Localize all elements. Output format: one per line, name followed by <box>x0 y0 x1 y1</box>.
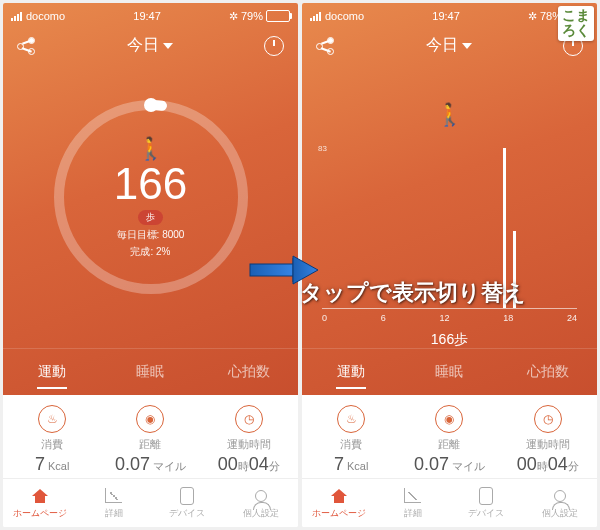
tab-heart[interactable]: 心拍数 <box>200 349 298 395</box>
bottom-nav: ホームページ 詳細 デバイス 個人設定 <box>3 478 298 527</box>
tab-exercise[interactable]: 運動 <box>302 349 400 395</box>
goal-text: 毎日目標: 8000 <box>117 228 185 242</box>
watch-icon <box>479 487 493 505</box>
tab-heart[interactable]: 心拍数 <box>499 349 597 395</box>
nav-home[interactable]: ホームページ <box>3 479 77 527</box>
stat-label: 距離 <box>101 437 199 452</box>
date-title: 今日 <box>127 35 159 56</box>
date-title: 今日 <box>426 35 458 56</box>
progress-ring[interactable]: 🚶 166 歩 毎日目標: 8000 完成: 2% <box>46 92 256 302</box>
chevron-down-icon <box>462 43 472 49</box>
nav-detail[interactable]: 詳細 <box>376 479 450 527</box>
nav-home[interactable]: ホームページ <box>302 479 376 527</box>
clock-icon: ◷ <box>534 405 562 433</box>
battery-icon <box>266 10 290 22</box>
bluetooth-icon: ✲ <box>528 10 537 23</box>
history-icon[interactable] <box>264 36 284 56</box>
annotation-text: タップで表示切り替え <box>300 278 526 308</box>
flame-icon: ♨ <box>38 405 66 433</box>
home-icon <box>32 489 48 503</box>
nav-settings[interactable]: 個人設定 <box>523 479 597 527</box>
tab-exercise[interactable]: 運動 <box>3 349 101 395</box>
main-panel[interactable]: docomo 19:47 ✲ 79% 今日 <box>3 3 298 395</box>
pin-icon: ◉ <box>435 405 463 433</box>
clock: 19:47 <box>432 10 460 22</box>
stat-label: 運動時間 <box>200 437 298 452</box>
nav-device[interactable]: デバイス <box>450 479 524 527</box>
share-icon[interactable] <box>17 37 35 55</box>
stat-time[interactable]: ◷ 運動時間 00時04分 <box>200 395 298 483</box>
home-icon <box>331 489 347 503</box>
nav-settings[interactable]: 個人設定 <box>224 479 298 527</box>
nav-device[interactable]: デバイス <box>151 479 225 527</box>
chart-icon <box>105 488 122 503</box>
chart-icon <box>404 488 421 503</box>
share-icon[interactable] <box>316 37 334 55</box>
status-bar: docomo 19:47 ✲ 78% <box>302 3 597 29</box>
mode-tabs: 運動 睡眠 心拍数 <box>3 348 298 395</box>
mode-tabs: 運動 睡眠 心拍数 <box>302 348 597 395</box>
stat-distance[interactable]: ◉ 距離 0.07 マイル <box>101 395 199 483</box>
stats-row: ♨ 消費 7 Kcal ◉ 距離 0.07 マイル ◷ 運動時間 00時04分 <box>3 395 298 483</box>
stat-value: 7 <box>35 454 45 474</box>
stat-burn[interactable]: ♨ 消費 7 Kcal <box>3 395 101 483</box>
pin-icon: ◉ <box>136 405 164 433</box>
stat-burn[interactable]: ♨ 消費 7 Kcal <box>302 395 400 483</box>
stat-time[interactable]: ◷ 運動時間 00時04分 <box>499 395 597 483</box>
svg-rect-2 <box>250 264 293 276</box>
carrier: docomo <box>26 10 65 22</box>
nav-detail[interactable]: 詳細 <box>77 479 151 527</box>
stat-distance[interactable]: ◉ 距離 0.07 マイル <box>400 395 498 483</box>
battery-pct: 79% <box>241 10 263 22</box>
y-tick: 83 <box>318 144 327 153</box>
stat-value: 0.07 <box>115 454 150 474</box>
logo-badge: こまろく <box>558 6 594 41</box>
chevron-down-icon <box>163 43 173 49</box>
person-icon <box>554 490 566 502</box>
bottom-nav: ホームページ 詳細 デバイス 個人設定 <box>302 478 597 527</box>
stats-row: ♨ 消費 7 Kcal ◉ 距離 0.07 マイル ◷ 運動時間 00時04分 <box>302 395 597 483</box>
flame-icon: ♨ <box>337 405 365 433</box>
date-selector[interactable]: 今日 <box>127 35 173 56</box>
completion-text: 完成: 2% <box>130 245 170 259</box>
signal-icon <box>310 12 321 21</box>
carrier: docomo <box>325 10 364 22</box>
date-selector[interactable]: 今日 <box>426 35 472 56</box>
bluetooth-icon: ✲ <box>229 10 238 23</box>
x-axis: 0 6 12 18 24 <box>322 313 577 323</box>
signal-icon <box>11 12 22 21</box>
person-icon <box>255 490 267 502</box>
phone-screen-chart: docomo 19:47 ✲ 78% 今日 🚶 83 <box>302 3 597 527</box>
tab-sleep[interactable]: 睡眠 <box>101 349 199 395</box>
status-bar: docomo 19:47 ✲ 79% <box>3 3 298 29</box>
clock-icon: ◷ <box>235 405 263 433</box>
chart-caption: 166歩 <box>322 331 577 349</box>
stat-label: 消費 <box>3 437 101 452</box>
step-count: 166 <box>114 162 187 206</box>
clock: 19:47 <box>133 10 161 22</box>
main-panel[interactable]: docomo 19:47 ✲ 78% 今日 🚶 83 <box>302 3 597 395</box>
step-unit-badge: 歩 <box>138 210 163 225</box>
walk-icon: 🚶 <box>322 102 577 128</box>
watch-icon <box>180 487 194 505</box>
walk-icon: 🚶 <box>137 136 164 162</box>
tab-sleep[interactable]: 睡眠 <box>400 349 498 395</box>
